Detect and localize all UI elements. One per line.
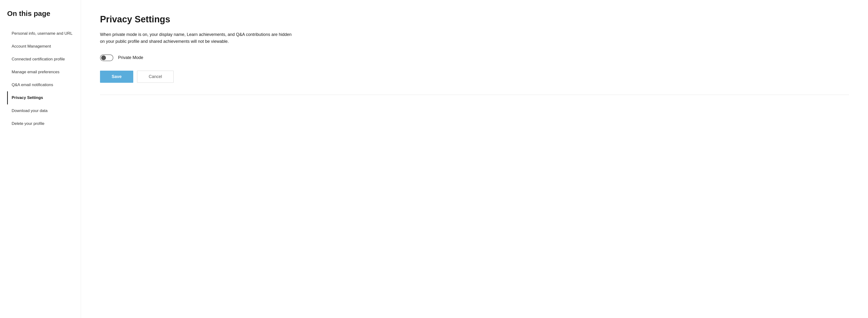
main-content: Privacy Settings When private mode is on… bbox=[81, 0, 868, 318]
sidebar-item-account-management[interactable]: Account Management bbox=[7, 40, 74, 53]
sidebar-item-download-data[interactable]: Download your data bbox=[7, 105, 74, 117]
section-description: When private mode is on, your display na… bbox=[100, 31, 295, 45]
private-mode-toggle[interactable] bbox=[100, 55, 113, 61]
sidebar-item-privacy-settings[interactable]: Privacy Settings bbox=[7, 91, 74, 104]
page-layout: On this page Personal info, username and… bbox=[0, 0, 868, 318]
sidebar-item-manage-email[interactable]: Manage email preferences bbox=[7, 66, 74, 79]
private-mode-label: Private Mode bbox=[118, 55, 143, 60]
sidebar-item-connected-certification[interactable]: Connected certification profile bbox=[7, 53, 74, 66]
section-title: Privacy Settings bbox=[100, 14, 849, 25]
sidebar-item-delete-profile[interactable]: Delete your profile bbox=[7, 117, 74, 130]
sidebar: On this page Personal info, username and… bbox=[0, 0, 81, 318]
toggle-knob bbox=[101, 55, 106, 60]
privacy-settings-section: Privacy Settings When private mode is on… bbox=[100, 14, 849, 95]
save-button[interactable]: Save bbox=[100, 70, 133, 83]
button-row: Save Cancel bbox=[100, 70, 849, 83]
sidebar-item-personal-info[interactable]: Personal info, username and URL bbox=[7, 27, 74, 40]
sidebar-title: On this page bbox=[7, 9, 74, 18]
nav-list: Personal info, username and URLAccount M… bbox=[7, 27, 74, 130]
cancel-button[interactable]: Cancel bbox=[137, 70, 174, 83]
toggle-row: Private Mode bbox=[100, 55, 849, 61]
sidebar-item-qa-email[interactable]: Q&A email notifications bbox=[7, 79, 74, 91]
